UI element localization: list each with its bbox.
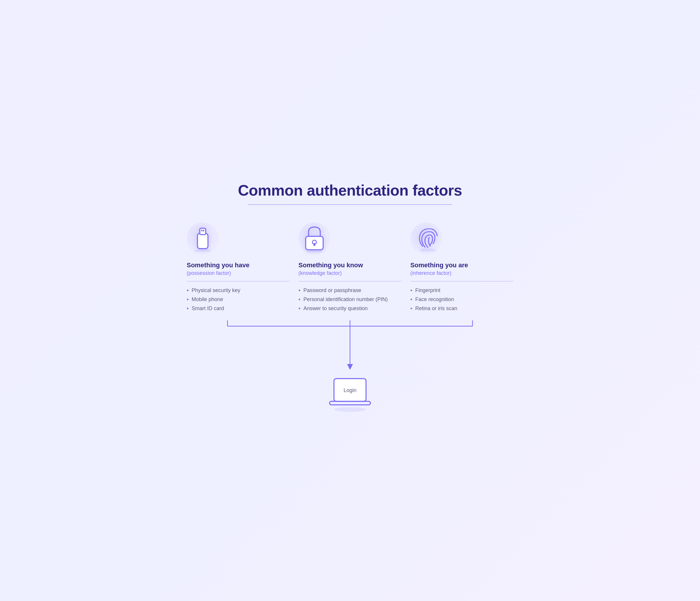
page-title: Common authentication factors xyxy=(187,182,513,199)
svg-point-9 xyxy=(420,248,436,252)
factor-title-possession: Something you have xyxy=(187,261,249,269)
login-box: Login xyxy=(327,376,373,414)
list-item: Physical security key xyxy=(187,287,240,293)
svg-rect-3 xyxy=(203,230,204,231)
list-item: Answer to security question xyxy=(298,306,388,312)
title-section: Common authentication factors xyxy=(187,182,513,205)
list-item: Password or passphrase xyxy=(298,287,388,293)
factors-row: Something you have(possession factor)Phy… xyxy=(187,223,513,314)
flow-connector xyxy=(187,320,513,373)
list-item: Personal identification number (PIN) xyxy=(298,296,388,303)
svg-rect-2 xyxy=(201,230,202,231)
factor-list-knowledge: Password or passphrasePersonal identific… xyxy=(298,287,388,314)
svg-rect-7 xyxy=(314,243,315,246)
svg-text:Login: Login xyxy=(344,387,356,393)
svg-rect-18 xyxy=(330,401,370,405)
svg-marker-15 xyxy=(347,364,353,370)
svg-rect-0 xyxy=(197,233,208,249)
flow-section: Login xyxy=(187,320,513,414)
factor-column-possession: Something you have(possession factor)Phy… xyxy=(187,223,290,314)
svg-point-19 xyxy=(334,407,366,412)
factor-column-inherence: Something you are(inherence factor)Finge… xyxy=(410,223,513,314)
possession-icon-wrapper xyxy=(187,223,219,255)
title-divider xyxy=(248,204,452,205)
page-container: Common authentication factors Something … xyxy=(175,164,525,437)
svg-point-4 xyxy=(195,249,211,252)
factor-title-inherence: Something you are xyxy=(410,261,468,269)
svg-rect-1 xyxy=(200,228,206,235)
factor-divider-possession xyxy=(187,281,290,282)
inherence-icon-wrapper xyxy=(410,223,443,255)
list-item: Mobile phone xyxy=(187,296,240,303)
list-item: Fingerprint xyxy=(410,287,457,293)
factor-subtitle-possession: (possession factor) xyxy=(187,270,231,276)
factor-list-possession: Physical security keyMobile phoneSmart I… xyxy=(187,287,240,314)
list-item: Retina or iris scan xyxy=(410,306,457,312)
list-item: Face recognition xyxy=(410,296,457,303)
svg-point-8 xyxy=(306,250,323,253)
laptop-icon: Login xyxy=(327,376,373,414)
factor-divider-knowledge xyxy=(298,281,401,282)
factor-column-knowledge: Something you know(knowledge factor)Pass… xyxy=(298,223,401,314)
factor-divider-inherence xyxy=(410,281,513,282)
knowledge-icon-wrapper xyxy=(298,223,330,255)
factor-title-knowledge: Something you know xyxy=(298,261,363,269)
login-icon-wrap: Login xyxy=(327,376,373,414)
list-item: Smart ID card xyxy=(187,306,240,312)
factor-subtitle-inherence: (inherence factor) xyxy=(410,270,451,276)
factor-subtitle-knowledge: (knowledge factor) xyxy=(298,270,342,276)
factor-list-inherence: FingerprintFace recognitionRetina or iri… xyxy=(410,287,457,314)
